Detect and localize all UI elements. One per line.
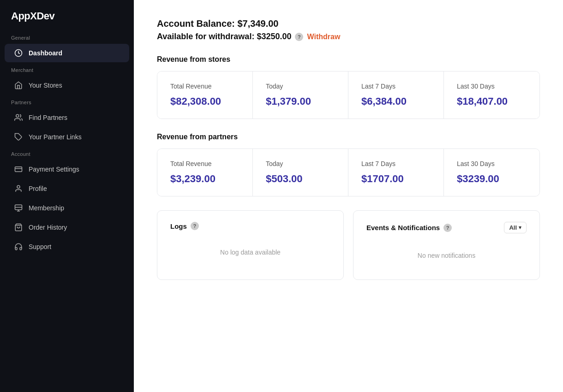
order-history-icon xyxy=(14,223,23,232)
revenue-card-label: Last 30 Days xyxy=(457,160,527,167)
support-icon xyxy=(14,242,23,251)
profile-icon xyxy=(14,184,23,193)
sidebar-item-find-partners[interactable]: Find Partners xyxy=(5,108,129,127)
sidebar-item-profile[interactable]: Profile xyxy=(5,179,129,198)
logs-help-icon[interactable]: ? xyxy=(191,222,199,230)
sidebar-item-payment-settings[interactable]: Payment Settings xyxy=(5,160,129,178)
partners-section-title: Revenue from partners xyxy=(157,133,540,141)
account-section-label: Account xyxy=(0,147,134,160)
sidebar-item-profile-label: Profile xyxy=(29,185,47,192)
partners-revenue-card: Last 30 Days $3239.00 xyxy=(444,149,539,196)
notifications-empty-message: No new notifications xyxy=(366,243,527,268)
partners-revenue-grid: Total Revenue $3,239.00 Today $503.00 La… xyxy=(157,148,540,196)
merchant-section-label: Merchant xyxy=(0,63,134,76)
dashboard-icon xyxy=(14,48,23,58)
stores-section-title: Revenue from stores xyxy=(157,55,540,64)
revenue-card-value: $503.00 xyxy=(266,173,335,185)
sidebar-item-payment-settings-label: Payment Settings xyxy=(29,166,79,173)
sidebar-item-dashboard[interactable]: Dashboard xyxy=(5,44,129,62)
revenue-card-value: $3,239.00 xyxy=(170,173,240,185)
account-balance-line1: Account Balance: $7,349.00 xyxy=(157,18,540,29)
stores-revenue-card: Last 7 Days $6,384.00 xyxy=(348,71,444,119)
logs-title: Logs xyxy=(170,222,187,230)
sidebar-item-your-stores-label: Your Stores xyxy=(29,82,62,89)
logs-panel-header: Logs ? xyxy=(170,222,330,230)
revenue-card-value: $82,308.00 xyxy=(170,95,240,107)
revenue-card-label: Last 7 Days xyxy=(361,83,431,90)
store-icon xyxy=(14,81,23,90)
svg-rect-3 xyxy=(15,167,22,172)
partners-revenue-card: Today $503.00 xyxy=(253,149,348,196)
revenue-card-label: Today xyxy=(266,83,335,90)
logs-panel: Logs ? No log data available xyxy=(157,210,344,280)
revenue-card-label: Total Revenue xyxy=(170,83,240,90)
withdraw-button[interactable]: Withdraw xyxy=(307,33,340,41)
revenue-card-label: Last 30 Days xyxy=(457,83,527,90)
sidebar-item-order-history-label: Order History xyxy=(29,224,67,231)
sidebar-item-find-partners-label: Find Partners xyxy=(29,114,67,121)
main-content: Account Balance: $7,349.00 Available for… xyxy=(134,0,563,392)
revenue-card-label: Last 7 Days xyxy=(361,160,431,167)
partner-links-icon xyxy=(14,132,23,142)
chevron-down-icon: ▾ xyxy=(519,225,521,231)
revenue-card-value: $1707.00 xyxy=(361,173,431,185)
sidebar-item-support-label: Support xyxy=(29,243,51,250)
revenue-card-value: $3239.00 xyxy=(457,173,527,185)
payment-settings-icon xyxy=(14,165,23,174)
sidebar-item-membership-label: Membership xyxy=(29,204,64,212)
membership-icon xyxy=(14,203,23,213)
stores-revenue-grid: Total Revenue $82,308.00 Today $1,379.00… xyxy=(157,71,540,119)
available-withdrawal-text: Available for withdrawal: $3250.00 xyxy=(157,32,291,42)
withdrawal-help-icon[interactable]: ? xyxy=(295,33,303,41)
notifications-title: Events & Notifications xyxy=(366,224,440,232)
revenue-card-value: $1,379.00 xyxy=(266,95,335,107)
revenue-card-label: Today xyxy=(266,160,335,167)
bottom-panels: Logs ? No log data available Events & No… xyxy=(157,210,540,280)
account-balance-line2: Available for withdrawal: $3250.00 ? Wit… xyxy=(157,32,540,42)
stores-revenue-card: Today $1,379.00 xyxy=(253,71,348,119)
partners-revenue-card: Total Revenue $3,239.00 xyxy=(157,149,253,196)
sidebar-item-your-partner-links-label: Your Partner Links xyxy=(29,133,82,141)
sidebar-item-order-history[interactable]: Order History xyxy=(5,218,129,237)
revenue-card-value: $18,407.00 xyxy=(457,95,527,107)
notifications-panel: Events & Notifications ? All ▾ No new no… xyxy=(353,210,540,280)
notifications-help-icon[interactable]: ? xyxy=(443,224,452,232)
general-section-label: General xyxy=(0,30,134,43)
partners-section-label: Partners xyxy=(0,95,134,108)
partners-revenue-card: Last 7 Days $1707.00 xyxy=(348,149,444,196)
svg-point-1 xyxy=(16,114,19,117)
app-logo: AppXDev xyxy=(0,0,134,30)
sidebar-item-your-stores[interactable]: Your Stores xyxy=(5,76,129,95)
revenue-card-label: Total Revenue xyxy=(170,160,240,167)
sidebar-item-your-partner-links[interactable]: Your Partner Links xyxy=(5,128,129,146)
sidebar-item-dashboard-label: Dashboard xyxy=(29,49,62,57)
find-partners-icon xyxy=(14,113,23,122)
account-balance-section: Account Balance: $7,349.00 Available for… xyxy=(157,18,540,42)
stores-revenue-card: Total Revenue $82,308.00 xyxy=(157,71,253,119)
sidebar-item-support[interactable]: Support xyxy=(5,238,129,256)
sidebar-item-membership[interactable]: Membership xyxy=(5,199,129,217)
svg-point-5 xyxy=(17,185,20,188)
revenue-card-value: $6,384.00 xyxy=(361,95,431,107)
stores-revenue-card: Last 30 Days $18,407.00 xyxy=(444,71,539,119)
notifications-filter-dropdown[interactable]: All ▾ xyxy=(504,222,527,233)
sidebar: AppXDev General Dashboard Merchant Your … xyxy=(0,0,134,392)
logs-empty-message: No log data available xyxy=(170,239,330,265)
notifications-panel-header: Events & Notifications ? All ▾ xyxy=(366,222,527,233)
notifications-filter-value: All xyxy=(509,224,517,231)
